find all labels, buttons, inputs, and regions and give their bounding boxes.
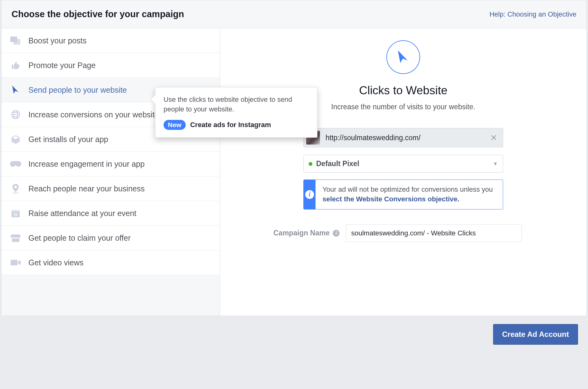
- pixel-label: Default Pixel: [316, 160, 359, 168]
- objective-label: Increase conversions on your website: [28, 110, 159, 119]
- panel-body: Boost your posts Promote your Page Send …: [2, 28, 586, 316]
- svg-point-4: [12, 192, 19, 194]
- tooltip-new-row: New Create ads for Instagram: [164, 120, 309, 130]
- gamepad-icon: [10, 159, 22, 169]
- post-icon: [10, 35, 22, 46]
- objective-label: Get people to claim your offer: [28, 234, 131, 243]
- objective-local-awareness[interactable]: Reach people near your business: [2, 176, 220, 201]
- pixel-selector-value: Default Pixel: [309, 160, 359, 168]
- campaign-name-row: Campaign Name i: [285, 224, 522, 242]
- objective-label: Reach people near your business: [28, 184, 145, 193]
- objective-sidebar: Boost your posts Promote your Page Send …: [2, 28, 220, 316]
- status-dot-icon: [309, 162, 312, 166]
- campaign-name-label: Campaign Name i: [273, 229, 340, 237]
- objective-hero-icon: [386, 40, 420, 74]
- chevron-down-icon: ▼: [493, 161, 498, 167]
- objective-tooltip: Use the clicks to website objective to s…: [155, 87, 317, 138]
- new-badge: New: [164, 120, 186, 130]
- map-pin-icon: [10, 183, 22, 194]
- warning-text: Your ad will not be optimized for conver…: [322, 185, 493, 193]
- tooltip-badge-text: Create ads for Instagram: [190, 121, 271, 129]
- objective-label: Raise attendance at your event: [28, 209, 136, 218]
- select-conversions-link[interactable]: select the Website Conversions objective…: [322, 195, 459, 203]
- svg-rect-8: [17, 209, 18, 211]
- svg-text:31: 31: [13, 213, 18, 217]
- conversion-warning: i Your ad will not be optimized for conv…: [303, 180, 503, 209]
- objective-event[interactable]: 31 Raise attendance at your event: [2, 201, 220, 226]
- objective-label: Get video views: [28, 258, 83, 267]
- objective-promote-page[interactable]: Promote your Page: [2, 53, 220, 78]
- video-camera-icon: [10, 257, 22, 268]
- cursor-icon: [10, 85, 22, 95]
- svg-rect-7: [13, 209, 14, 211]
- thumbs-up-icon: [10, 60, 22, 71]
- conversion-warning-text: Your ad will not be optimized for conver…: [316, 180, 503, 209]
- objective-label: Promote your Page: [28, 61, 96, 70]
- page-title: Choose the objective for your campaign: [12, 9, 184, 19]
- help-link[interactable]: Help: Choosing an Objective: [489, 10, 576, 18]
- clear-url-button[interactable]: ✕: [489, 133, 498, 143]
- objective-detail: Clicks to Website Increase the number of…: [220, 28, 586, 316]
- calendar-icon: 31: [10, 208, 22, 219]
- objective-label: Increase engagement in your app: [28, 160, 145, 169]
- objective-detail-title: Clicks to Website: [359, 84, 447, 97]
- svg-rect-1: [13, 39, 20, 45]
- panel-header: Choose the objective for your campaign H…: [2, 0, 586, 28]
- objective-label: Get installs of your app: [28, 135, 108, 144]
- objective-app-engagement[interactable]: Increase engagement in your app: [2, 152, 220, 176]
- sidebar-filler: [2, 275, 220, 316]
- campaign-name-label-text: Campaign Name: [273, 229, 330, 237]
- campaign-name-input[interactable]: [346, 224, 522, 242]
- tooltip-description: Use the clicks to website objective to s…: [164, 95, 309, 114]
- storefront-icon: [10, 233, 22, 243]
- objective-label: Send people to your website: [28, 86, 127, 95]
- panel-footer: Create Ad Account: [0, 316, 588, 353]
- objective-offer[interactable]: Get people to claim your offer: [2, 226, 220, 250]
- info-icon[interactable]: i: [333, 230, 340, 237]
- globe-icon: [10, 109, 22, 120]
- package-icon: [10, 134, 22, 145]
- objective-label: Boost your posts: [28, 36, 86, 45]
- website-url-field[interactable]: http://soulmateswedding.com/ ✕: [303, 128, 503, 147]
- objective-detail-subtitle: Increase the number of visits to your we…: [331, 103, 475, 111]
- objective-video-views[interactable]: Get video views: [2, 250, 220, 275]
- info-icon: i: [304, 180, 316, 209]
- svg-rect-10: [11, 260, 17, 265]
- objective-boost-posts[interactable]: Boost your posts: [2, 28, 220, 53]
- website-url-value: http://soulmateswedding.com/: [326, 134, 489, 142]
- campaign-objective-panel: Choose the objective for your campaign H…: [1, 0, 587, 316]
- svg-rect-6: [12, 210, 20, 212]
- pixel-selector[interactable]: Default Pixel ▼: [303, 155, 503, 173]
- create-ad-account-button[interactable]: Create Ad Account: [493, 324, 578, 345]
